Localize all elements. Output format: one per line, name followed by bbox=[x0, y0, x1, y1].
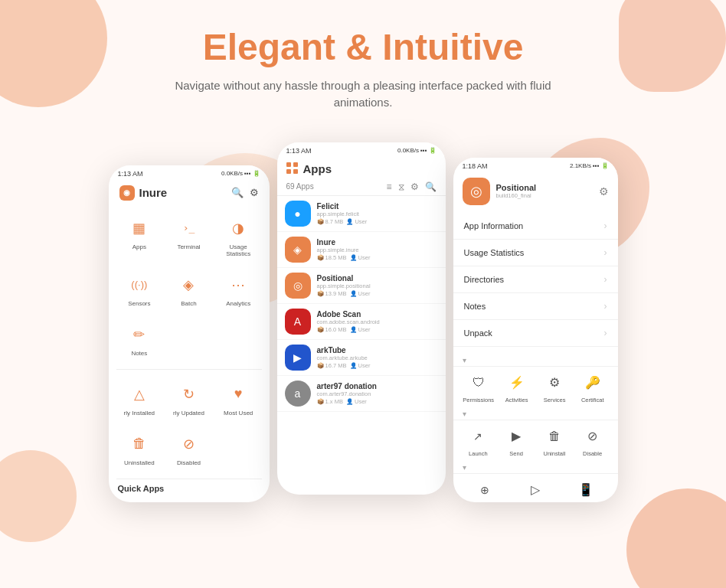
grid-dot1 bbox=[286, 162, 291, 167]
app-info: Adobe Scan com.adobe.scan.android 📦 16.0… bbox=[317, 310, 438, 333]
action-activities[interactable]: ⚡ Activities bbox=[502, 371, 532, 403]
grid-item-analytics[interactable]: ⋯ Analytics bbox=[215, 266, 262, 313]
search-icon[interactable]: 🔍 bbox=[231, 187, 244, 198]
phones-container: 1:13 AM 0.0KB/s ▪▪▪ 🔋 Inure 🔍 ⚙ bbox=[0, 127, 726, 518]
grid-item-notes[interactable]: ✏ Notes bbox=[116, 316, 163, 363]
action-toggle2[interactable]: ▾ bbox=[453, 408, 618, 420]
grid-item-recently-installed[interactable]: △ rly Installed bbox=[116, 376, 163, 423]
app-list-item[interactable]: ● Felicit app.simple.felicit 📦 8.7 MB 👤 … bbox=[277, 196, 446, 232]
right-settings-icon[interactable]: ⚙ bbox=[599, 185, 609, 198]
uninstalled-label: Uninstalled bbox=[124, 459, 155, 466]
grid-dot2 bbox=[293, 162, 298, 167]
uninstalled-icon: 🗑 bbox=[127, 432, 152, 456]
terminal-label: Terminal bbox=[177, 243, 200, 250]
grid-item-disabled[interactable]: ⊘ Disabled bbox=[165, 426, 212, 472]
center-toolbar: 69 Apps ≡ ⧖ ⚙ 🔍 bbox=[277, 180, 446, 196]
right-app-name-block: Positional build160_final bbox=[496, 183, 537, 199]
filter-icon[interactable]: ≡ bbox=[386, 181, 391, 192]
grid-item-recently-updated[interactable]: ↻ rly Updated bbox=[165, 376, 212, 423]
menu-item-label: Unpack bbox=[464, 328, 492, 338]
app-list-item[interactable]: ▶ arkTube com.arktube.arkube 📦 16.7 MB 👤… bbox=[277, 340, 446, 376]
app-icon: ◎ bbox=[285, 273, 311, 299]
center-time: 1:13 AM bbox=[286, 147, 312, 155]
app-info: arkTube com.arktube.arkube 📦 16.7 MB 👤 U… bbox=[317, 346, 438, 369]
app-meta: 📦 16.7 MB 👤 User bbox=[317, 362, 438, 369]
disabled-label: Disabled bbox=[177, 459, 201, 466]
app-size: 📦 13.9 MB bbox=[317, 290, 347, 297]
chevron-right-icon: › bbox=[604, 328, 607, 338]
action-row2: ↗ Launch ▶ Send 🗑 Uninstall ⊘ Disable bbox=[453, 420, 618, 462]
sensors-icon: ((·)) bbox=[127, 273, 152, 297]
action-extract[interactable]: ⊕ Extract bbox=[469, 479, 500, 499]
app-pkg: com.arter97.donation bbox=[317, 390, 438, 397]
right-signal-info: 2.1KB/s bbox=[570, 162, 591, 169]
batch-label: Batch bbox=[181, 300, 196, 307]
uninstall-icon: 🗑 bbox=[543, 425, 566, 448]
left-app-name: Inure bbox=[139, 186, 168, 199]
menu-item-notes[interactable]: Notes › bbox=[453, 293, 618, 320]
disabled-icon: ⊘ bbox=[176, 432, 201, 456]
menu-item-unpack[interactable]: Unpack › bbox=[453, 320, 618, 347]
action-fdroid[interactable]: 📱 F-Droid bbox=[571, 479, 601, 499]
usage-icon: ◑ bbox=[226, 216, 250, 240]
app-info: Positional app.simple.positional 📦 13.9 … bbox=[317, 274, 438, 297]
app-meta: 📦 18.5 MB 👤 User bbox=[317, 254, 438, 261]
grid-item-sensors[interactable]: ((·)) Sensors bbox=[116, 266, 163, 313]
app-size: 📦 1.x MB bbox=[317, 398, 343, 405]
right-app-header: ◎ Positional build160_final ⚙ bbox=[453, 172, 618, 210]
grid-item-terminal[interactable]: ›_ Terminal bbox=[165, 210, 212, 263]
grid-item-most-used[interactable]: ♥ Most Used bbox=[215, 376, 262, 423]
left-signal-info: 0.0KB/s bbox=[221, 170, 243, 177]
app-info: Inure app.simple.inure 📦 18.5 MB 👤 User bbox=[317, 238, 438, 261]
positional-app-icon: ◎ bbox=[463, 178, 490, 205]
recently-installed-icon: △ bbox=[127, 382, 152, 407]
action-uninstall[interactable]: 🗑 Uninstall bbox=[539, 425, 570, 457]
menu-item-app-information[interactable]: App Information › bbox=[453, 213, 618, 240]
app-list-item[interactable]: ◎ Positional app.simple.positional 📦 13.… bbox=[277, 268, 446, 304]
app-list-item[interactable]: ◈ Inure app.simple.inure 📦 18.5 MB 👤 Use… bbox=[277, 232, 446, 268]
services-label: Services bbox=[544, 397, 566, 403]
action-toggle3[interactable]: ▾ bbox=[453, 462, 618, 473]
fdroid-icon: 📱 bbox=[574, 479, 597, 499]
action-services[interactable]: ⚙ Services bbox=[539, 371, 570, 403]
action-send[interactable]: ▶ Send bbox=[501, 425, 531, 457]
app-list: ● Felicit app.simple.felicit 📦 8.7 MB 👤 … bbox=[277, 196, 446, 412]
app-icon: a bbox=[285, 381, 311, 407]
apps-label: Apps bbox=[132, 243, 146, 250]
action-toggle1[interactable]: ▾ bbox=[453, 354, 618, 366]
grid-item-batch[interactable]: ◈ Batch bbox=[165, 266, 212, 313]
recently-updated-icon: ↻ bbox=[176, 382, 201, 407]
action-playstore[interactable]: ▷ Play Store bbox=[520, 479, 551, 499]
action-certificate[interactable]: 🔑 Certificat bbox=[577, 371, 608, 403]
send-icon: ▶ bbox=[505, 425, 528, 448]
uninstall-label: Uninstall bbox=[543, 450, 565, 457]
center-signal-icon: ▪▪▪ bbox=[420, 147, 427, 154]
action-disable[interactable]: ⊘ Disable bbox=[577, 425, 608, 457]
app-list-item[interactable]: a arter97 donation com.arter97.donation … bbox=[277, 376, 446, 412]
services-icon: ⚙ bbox=[543, 371, 566, 394]
quick-apps-label: Quick Apps bbox=[109, 481, 270, 496]
right-app-name: Positional bbox=[496, 183, 537, 192]
menu-item-usage-statistics[interactable]: Usage Statistics › bbox=[453, 240, 618, 266]
action-launch[interactable]: ↗ Launch bbox=[463, 425, 493, 457]
settings-icon[interactable]: ⚙ bbox=[250, 187, 259, 198]
apps-icon: ▦ bbox=[127, 216, 152, 240]
left-grid-section1: ▦ Apps ›_ Terminal ◑ Usage Statistics ((… bbox=[109, 205, 270, 368]
notes-label: Notes bbox=[131, 350, 147, 357]
center-phone-content: Apps 69 Apps ≡ ⧖ ⚙ 🔍 ● Felicit app.simpl… bbox=[277, 156, 446, 492]
notes-icon: ✏ bbox=[127, 322, 152, 347]
app-list-item[interactable]: A Adobe Scan com.adobe.scan.android 📦 16… bbox=[277, 304, 446, 340]
left-phone-content: Inure 🔍 ⚙ ▦ Apps ›_ Terminal ◑ bbox=[109, 179, 270, 499]
grid-item-usage[interactable]: ◑ Usage Statistics bbox=[215, 210, 262, 263]
left-action-icons: 🔍 ⚙ bbox=[231, 187, 259, 198]
toolbar-search-icon[interactable]: 🔍 bbox=[425, 181, 437, 192]
app-meta: 📦 13.9 MB 👤 User bbox=[317, 290, 438, 297]
grid-item-apps[interactable]: ▦ Apps bbox=[116, 210, 163, 263]
left-logo: Inure bbox=[119, 185, 168, 201]
menu-item-directories[interactable]: Directories › bbox=[453, 266, 618, 293]
toolbar-settings-icon[interactable]: ⚙ bbox=[410, 181, 419, 192]
funnel-icon[interactable]: ⧖ bbox=[398, 181, 404, 192]
menu-item-label: App Information bbox=[464, 221, 524, 230]
grid-item-uninstalled[interactable]: 🗑 Uninstalled bbox=[116, 426, 163, 472]
action-permissions[interactable]: 🛡 Permissions bbox=[463, 371, 494, 403]
